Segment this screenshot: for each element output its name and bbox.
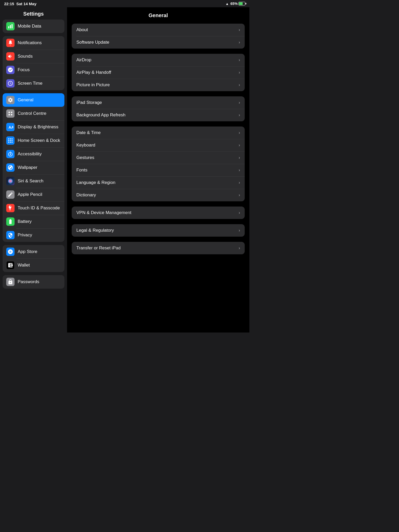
settings-row-pip[interactable]: Picture in Picture › <box>72 79 245 91</box>
chevron-icon: › <box>239 193 240 197</box>
settings-row-software-update[interactable]: Software Update › <box>72 36 245 49</box>
chevron-icon: › <box>239 70 240 75</box>
settings-group-legal: Legal & Regulatory › <box>72 224 245 237</box>
chevron-icon: › <box>239 113 240 117</box>
battery-indicator: 65% <box>230 2 245 6</box>
notifications-icon <box>6 39 15 47</box>
settings-row-label: iPad Storage <box>76 100 102 105</box>
settings-row-about[interactable]: About › <box>72 24 245 36</box>
app-store-icon <box>6 248 15 256</box>
settings-group-airdrop: AirDrop › AirPlay & Handoff › Picture in… <box>72 54 245 91</box>
chevron-icon: › <box>239 143 240 148</box>
battery-sidebar-icon <box>6 217 15 226</box>
touch-id-icon <box>6 204 15 212</box>
chevron-icon: › <box>239 155 240 160</box>
sidebar-item-display[interactable]: AA Display & Brightness <box>3 120 64 134</box>
sidebar-title: Settings <box>0 7 67 19</box>
sidebar-item-battery[interactable]: Battery <box>3 215 64 228</box>
settings-row-keyboard[interactable]: Keyboard › <box>72 139 245 151</box>
privacy-icon <box>6 231 15 239</box>
settings-row-label: About <box>76 27 88 32</box>
chevron-icon: › <box>239 83 240 87</box>
sidebar-item-mobile-data[interactable]: Mobile Data <box>3 19 64 33</box>
screen-time-icon <box>6 79 15 88</box>
settings-row-airdrop[interactable]: AirDrop › <box>72 54 245 66</box>
sounds-icon <box>6 52 15 61</box>
status-time: 22:15 Sat 14 May <box>4 2 36 6</box>
sidebar-item-label: Accessibility <box>18 151 42 157</box>
settings-row-label: Picture in Picture <box>76 82 110 88</box>
settings-row-date-time[interactable]: Date & Time › <box>72 127 245 139</box>
svg-text:AA: AA <box>9 125 13 129</box>
right-panel: General About › Software Update › AirDro… <box>67 7 249 332</box>
svg-rect-10 <box>12 138 13 139</box>
sidebar-item-sounds[interactable]: Sounds <box>3 50 64 63</box>
settings-row-vpn[interactable]: VPN & Device Management › <box>72 207 245 219</box>
sidebar-section-top: Mobile Data <box>3 19 64 33</box>
chevron-icon: › <box>239 28 240 32</box>
svg-rect-11 <box>8 140 9 141</box>
sidebar-item-label: Screen Time <box>18 81 42 86</box>
settings-row-background-refresh[interactable]: Background App Refresh › <box>72 109 245 121</box>
sidebar-item-label: Touch ID & Passcode <box>18 205 60 211</box>
sidebar-item-wallet[interactable]: Wallet <box>3 258 64 272</box>
sidebar-item-passwords[interactable]: Passwords <box>3 275 64 289</box>
sidebar-item-notifications[interactable]: Notifications <box>3 36 64 50</box>
settings-row-label: Dictionary <box>76 192 96 198</box>
settings-row-fonts[interactable]: Fonts › <box>72 164 245 176</box>
sidebar-item-label: Control Centre <box>18 111 46 116</box>
chevron-icon: › <box>239 58 240 62</box>
sidebar-item-apple-pencil[interactable]: Apple Pencil <box>3 188 64 201</box>
sidebar-item-label: Display & Brightness <box>18 124 58 130</box>
sidebar-item-label: Home Screen & Dock <box>18 138 60 143</box>
svg-point-19 <box>8 179 13 183</box>
svg-rect-0 <box>8 26 9 28</box>
chevron-icon: › <box>239 100 240 105</box>
chevron-icon: › <box>239 210 240 215</box>
mobile-data-icon <box>6 22 15 30</box>
sidebar-item-label: Focus <box>18 67 30 72</box>
settings-row-gestures[interactable]: Gestures › <box>72 151 245 164</box>
settings-row-label: Keyboard <box>76 143 95 148</box>
svg-point-5 <box>9 114 10 116</box>
settings-row-transfer[interactable]: Transfer or Reset iPad › <box>72 242 245 254</box>
focus-icon <box>6 66 15 74</box>
sidebar-section-store: App Store Wallet <box>3 245 64 272</box>
settings-row-legal[interactable]: Legal & Regulatory › <box>72 224 245 237</box>
sidebar-item-touch-id[interactable]: Touch ID & Passcode <box>3 201 64 215</box>
sidebar-item-label: Wallet <box>18 263 30 268</box>
sidebar-item-control-centre[interactable]: Control Centre <box>3 107 64 120</box>
settings-group-transfer: Transfer or Reset iPad › <box>72 242 245 254</box>
sidebar-item-general[interactable]: General <box>3 93 64 107</box>
sidebar-item-label: Privacy <box>18 232 32 238</box>
settings-row-ipad-storage[interactable]: iPad Storage › <box>72 96 245 109</box>
sidebar-item-home-screen[interactable]: Home Screen & Dock <box>3 134 64 147</box>
sidebar-item-wallpaper[interactable]: Wallpaper <box>3 161 64 174</box>
settings-row-label: AirPlay & Handoff <box>76 70 111 75</box>
settings-row-dictionary[interactable]: Dictionary › <box>72 189 245 201</box>
settings-row-label: VPN & Device Management <box>76 210 131 215</box>
svg-point-6 <box>11 114 12 116</box>
settings-row-label: Gestures <box>76 155 94 160</box>
sidebar-section-general: General Control Centre AA Display & Brig… <box>3 93 64 242</box>
sidebar-item-app-store[interactable]: App Store <box>3 245 64 258</box>
settings-row-label: Language & Region <box>76 180 115 185</box>
sidebar-item-accessibility[interactable]: Accessibility <box>3 147 64 161</box>
svg-rect-13 <box>12 140 13 141</box>
sidebar-item-label: Battery <box>18 219 32 224</box>
chevron-icon: › <box>239 180 240 185</box>
sidebar-item-label: General <box>18 97 33 103</box>
sidebar-item-privacy[interactable]: Privacy <box>3 228 64 242</box>
control-centre-icon <box>6 109 15 118</box>
wallpaper-icon <box>6 163 15 172</box>
sidebar-item-label: App Store <box>18 249 37 254</box>
sidebar-item-label: Sounds <box>18 54 33 59</box>
svg-point-3 <box>9 112 10 113</box>
settings-row-airplay[interactable]: AirPlay & Handoff › <box>72 66 245 79</box>
settings-row-language[interactable]: Language & Region › <box>72 176 245 189</box>
sidebar-item-siri[interactable]: Siri & Search <box>3 174 64 188</box>
sidebar-item-focus[interactable]: Focus <box>3 63 64 77</box>
status-bar: 22:15 Sat 14 May ▲ 65% <box>0 0 249 7</box>
sidebar-item-screen-time[interactable]: Screen Time <box>3 77 64 90</box>
settings-row-label: Fonts <box>76 168 88 173</box>
